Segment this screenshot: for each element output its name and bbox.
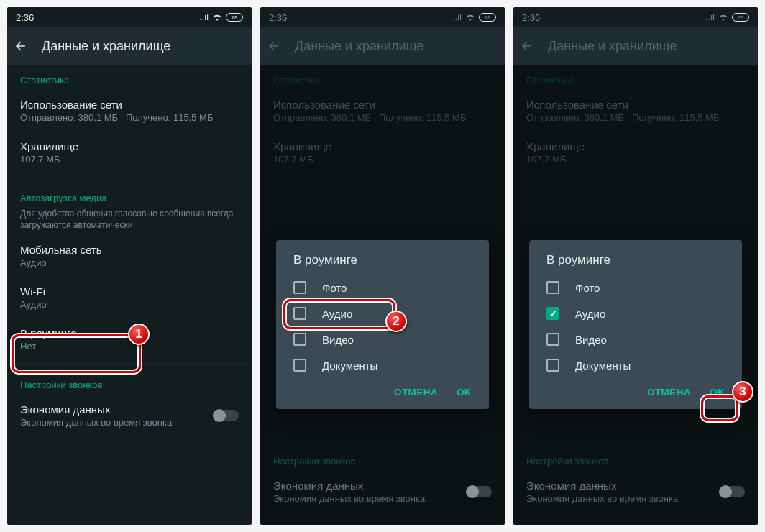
- screen-3: 2:36 ..ıl 78 Данные и хранилище Статисти…: [513, 7, 758, 525]
- checkbox-row-docs[interactable]: Документы: [533, 352, 738, 378]
- item-title: Хранилище: [20, 140, 239, 152]
- status-time: 2:36: [269, 12, 287, 23]
- item-title: Wi-Fi: [20, 285, 239, 298]
- page-title: Данные и хранилище: [42, 39, 170, 54]
- item-sub: Экономия данных во время звонка: [526, 493, 678, 504]
- checkbox-row-photo[interactable]: Фото: [280, 275, 485, 301]
- arrow-left-icon: [267, 39, 280, 53]
- section-desc-autoload: Для удобства общения голосовые сообщения…: [7, 208, 252, 235]
- status-icons: ..ıl 78: [199, 12, 243, 22]
- screen-2: 2:36 ..ıl 78 Данные и хранилище Статисти…: [260, 7, 505, 525]
- item-sub: Нет: [20, 341, 239, 352]
- option-label: Документы: [575, 359, 631, 372]
- content: Статистика Использование сети Отправлено…: [513, 65, 758, 525]
- option-label: Фото: [322, 282, 347, 294]
- item-title: В роуминге: [20, 327, 239, 339]
- option-label: Аудио: [575, 308, 605, 320]
- content: Статистика Использование сети Отправлено…: [260, 65, 505, 525]
- checkbox-icon: [293, 307, 306, 320]
- item-title: Экономия данных: [273, 480, 425, 492]
- battery-icon: 78: [732, 13, 749, 22]
- content: Статистика Использование сети Отправлено…: [7, 65, 252, 525]
- item-sub: Аудио: [20, 299, 239, 310]
- status-icons: ..ıl 78: [705, 12, 749, 22]
- page-title: Данные и хранилище: [295, 39, 423, 54]
- ok-button[interactable]: OK: [710, 387, 725, 398]
- item-title: Использование сети: [20, 98, 239, 111]
- item-title: Экономия данных: [526, 480, 678, 492]
- item-data-economy: Экономия данных Экономия данных во время…: [260, 471, 505, 513]
- section-header-calls: Настройки звонков: [7, 370, 252, 395]
- status-bar: 2:36 ..ıl 78: [7, 7, 252, 27]
- option-label: Фото: [575, 282, 600, 294]
- item-sub: 107,7 МБ: [20, 154, 239, 165]
- item-sub: Отправлено: 380,1 МБ · Получено: 115,5 М…: [20, 112, 239, 123]
- item-roaming[interactable]: В роуминге Нет: [7, 318, 252, 360]
- status-time: 2:36: [522, 12, 540, 23]
- dialog-title: В роуминге: [533, 253, 738, 275]
- item-mobile[interactable]: Мобильная сеть Аудио: [7, 235, 252, 277]
- item-sub: Экономия данных во время звонка: [20, 417, 172, 428]
- checkbox-row-video[interactable]: Видео: [280, 326, 485, 352]
- checkbox-icon: [546, 281, 559, 294]
- item-title: Мобильная сеть: [20, 244, 239, 256]
- divider: [7, 178, 252, 178]
- item-sub: Аудио: [20, 257, 239, 268]
- section-header-stats: Статистика: [7, 65, 252, 90]
- cancel-button[interactable]: ОТМЕНА: [394, 387, 438, 398]
- wifi-icon: [212, 14, 222, 22]
- dialog-actions: ОТМЕНА OK: [533, 378, 738, 405]
- toggle-data-economy[interactable]: [214, 410, 239, 421]
- app-bar: Данные и хранилище: [513, 27, 758, 65]
- checkbox-icon: [546, 333, 559, 346]
- dialog-title: В роуминге: [280, 253, 485, 275]
- cancel-button[interactable]: ОТМЕНА: [647, 387, 691, 398]
- item-storage[interactable]: Хранилище 107,7 МБ: [7, 132, 252, 173]
- checkbox-row-photo[interactable]: Фото: [533, 275, 738, 301]
- screen-1: 2:36 ..ıl 78 Данные и хранилище Статисти…: [7, 7, 252, 525]
- roaming-dialog: В роуминге Фото Аудио Видео Документы: [276, 240, 489, 409]
- wifi-icon: [465, 14, 475, 22]
- status-icons: ..ıl 78: [452, 12, 496, 22]
- battery-icon: 78: [479, 13, 496, 22]
- status-bar: 2:36 ..ıl 78: [260, 7, 505, 27]
- section-header-autoload: Автозагрузка медиа: [7, 183, 252, 208]
- roaming-dialog: В роуминге Фото Аудио Видео Документы: [529, 240, 742, 409]
- toggle-data-economy: [467, 486, 492, 497]
- divider: [7, 364, 252, 365]
- app-bar: Данные и хранилище: [260, 27, 505, 65]
- back-button[interactable]: [14, 40, 27, 52]
- ok-button[interactable]: OK: [457, 387, 472, 398]
- status-bar: 2:36 ..ıl 78: [513, 7, 758, 27]
- app-bar: Данные и хранилище: [7, 27, 252, 65]
- checkbox-icon-checked: [546, 307, 559, 320]
- item-data-economy[interactable]: Экономия данных Экономия данных во время…: [7, 395, 252, 436]
- checkbox-icon: [293, 359, 306, 372]
- back-button[interactable]: [267, 40, 280, 52]
- option-label: Аудио: [322, 308, 352, 320]
- checkbox-row-audio[interactable]: Аудио: [533, 301, 738, 326]
- option-label: Видео: [575, 334, 607, 346]
- dialog-actions: ОТМЕНА OK: [280, 378, 485, 405]
- checkbox-row-video[interactable]: Видео: [533, 326, 738, 352]
- back-button[interactable]: [521, 40, 533, 52]
- item-sub: Экономия данных во время звонка: [273, 493, 425, 504]
- item-network-usage[interactable]: Использование сети Отправлено: 380,1 МБ …: [7, 90, 252, 132]
- option-label: Видео: [322, 334, 354, 346]
- checkbox-icon: [546, 359, 559, 372]
- item-data-economy: Экономия данных Экономия данных во время…: [513, 471, 758, 513]
- page-title: Данные и хранилище: [548, 39, 677, 54]
- checkbox-row-docs[interactable]: Документы: [280, 352, 485, 378]
- wifi-icon: [718, 14, 728, 22]
- checkbox-icon: [293, 281, 306, 294]
- toggle-data-economy: [720, 486, 745, 497]
- section-header-calls: Настройки звонков: [260, 446, 505, 471]
- checkbox-icon: [293, 333, 306, 346]
- status-time: 2:36: [16, 12, 34, 23]
- item-wifi[interactable]: Wi-Fi Аудио: [7, 277, 252, 318]
- arrow-left-icon: [521, 39, 533, 53]
- item-title: Экономия данных: [20, 403, 172, 416]
- checkbox-row-audio[interactable]: Аудио: [280, 301, 485, 326]
- arrow-left-icon: [14, 39, 27, 53]
- battery-icon: 78: [226, 13, 243, 22]
